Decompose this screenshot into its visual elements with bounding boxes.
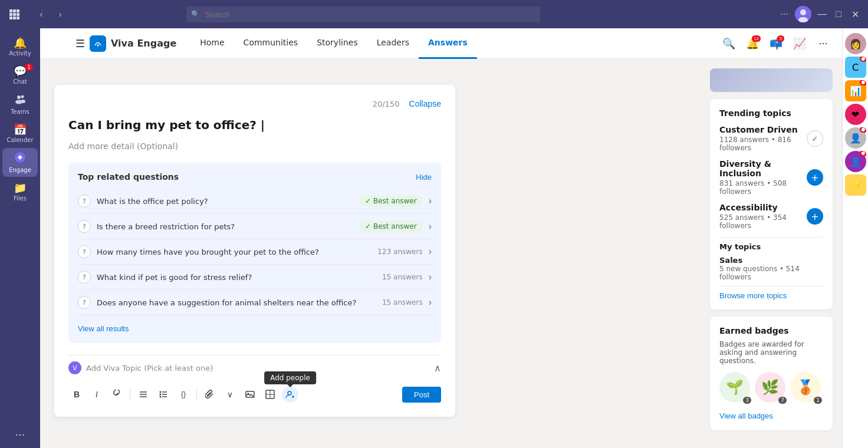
badge-count-3: 1 bbox=[814, 397, 822, 404]
topic-info-1: Customer Driven 1128 answers • 816 follo… bbox=[719, 125, 807, 152]
calendar-label: Calender bbox=[7, 137, 34, 143]
badge-count-2: 7 bbox=[778, 397, 787, 404]
teams-icon bbox=[14, 93, 26, 107]
notification-badge: 12 bbox=[752, 35, 761, 42]
nav-back-button[interactable]: ‹ bbox=[33, 6, 50, 22]
card-header: 20/150 Collapse bbox=[68, 99, 441, 108]
activity-label: Activity bbox=[9, 50, 31, 57]
main-content: ☰ Viva Engage Home Communities Storyline… bbox=[40, 28, 842, 448]
teams-label: Teams bbox=[11, 108, 29, 115]
post-button[interactable]: Post bbox=[402, 387, 441, 403]
q-text-2: Is there a breed restriction for pets? bbox=[97, 222, 353, 231]
minimize-button[interactable]: — bbox=[814, 6, 830, 22]
topic-action-3[interactable]: + bbox=[807, 208, 823, 225]
my-topic-1: Sales 5 new questions • 514 followers bbox=[719, 256, 823, 281]
q-icon-2: ? bbox=[78, 220, 91, 233]
right-rail-item-5[interactable]: 👤 ● bbox=[845, 127, 866, 149]
nav-forward-button[interactable]: › bbox=[52, 6, 68, 22]
list-button[interactable] bbox=[155, 386, 172, 403]
sidebar-item-engage[interactable]: Engage bbox=[2, 148, 38, 177]
trending-topic-1: Customer Driven 1128 answers • 816 follo… bbox=[719, 125, 823, 152]
char-count: 20/150 bbox=[373, 100, 400, 108]
right-rail-item-2[interactable]: C ● bbox=[845, 57, 866, 78]
nav-communities[interactable]: Communities bbox=[234, 28, 308, 59]
topic-label[interactable]: Add Viva Topic (Pick at least one) bbox=[86, 364, 213, 373]
sidebar-item-chat[interactable]: 💬 1 Chat bbox=[2, 61, 38, 88]
sidebar-item-teams[interactable]: Teams bbox=[2, 90, 38, 118]
waffle-icon[interactable] bbox=[5, 5, 24, 24]
arrow-button-4[interactable]: › bbox=[429, 272, 432, 282]
hide-button[interactable]: Hide bbox=[416, 173, 432, 182]
hamburger-button[interactable]: ☰ bbox=[75, 37, 85, 50]
browse-more-button[interactable]: Browse more topics bbox=[719, 291, 787, 300]
topic-meta-3: 525 answers • 354 followers bbox=[719, 213, 807, 230]
topnav-inbox-button[interactable]: 📫 5 bbox=[767, 34, 785, 53]
view-all-button[interactable]: View all results bbox=[78, 324, 129, 333]
link-button[interactable] bbox=[108, 386, 125, 403]
q-icon-1: ? bbox=[78, 195, 91, 207]
right-panel: Trending topics Customer Driven 1128 ans… bbox=[701, 59, 842, 448]
earned-badges-title: Earned badges bbox=[719, 326, 823, 335]
more-options-button[interactable]: ··· bbox=[776, 6, 793, 22]
code-button[interactable]: {} bbox=[175, 386, 192, 403]
answer-count-5: 15 answers bbox=[382, 298, 423, 307]
nav-storylines[interactable]: Storylines bbox=[307, 28, 367, 59]
right-rail-item-6[interactable]: 👤 ● bbox=[845, 151, 866, 172]
topnav-search-button[interactable]: 🔍 bbox=[719, 34, 738, 53]
content-area: 20/150 Collapse Can I bring my pet to of… bbox=[40, 59, 842, 448]
topic-action-2[interactable]: + bbox=[807, 169, 823, 186]
align-button[interactable] bbox=[135, 386, 152, 403]
topic-action-1[interactable]: ✓ bbox=[807, 130, 823, 147]
user-avatar[interactable] bbox=[795, 6, 811, 22]
view-all-badges-button[interactable]: View all badges bbox=[719, 411, 773, 420]
sidebar-item-activity[interactable]: 🔔 Activity bbox=[2, 33, 38, 60]
arrow-button-3[interactable]: › bbox=[429, 246, 432, 257]
right-rail-item-7[interactable]: ⭐ bbox=[845, 174, 866, 196]
question-detail[interactable]: Add more detail (Optional) bbox=[68, 141, 441, 151]
svg-point-23 bbox=[160, 394, 162, 396]
right-rail-item-3[interactable]: 📊 ● bbox=[845, 80, 866, 101]
topnav-notification-button[interactable]: 🔔 12 bbox=[743, 34, 762, 53]
nav-home[interactable]: Home bbox=[190, 28, 234, 59]
answer-count-3: 123 answers bbox=[377, 248, 422, 256]
add-people-button[interactable] bbox=[282, 386, 298, 403]
topic-name-2: Diversity & Inclusion bbox=[719, 159, 807, 178]
attach-more-button[interactable]: ∨ bbox=[222, 386, 238, 403]
close-button[interactable]: ✕ bbox=[847, 6, 863, 22]
svg-point-18 bbox=[97, 44, 99, 46]
topnav-more-button[interactable]: ··· bbox=[814, 34, 833, 53]
titlebar-nav: ‹ › bbox=[33, 6, 68, 22]
nav-leaders[interactable]: Leaders bbox=[367, 28, 419, 59]
topnav-chart-button[interactable]: 📈 bbox=[790, 34, 809, 53]
topic-icon: V bbox=[68, 361, 81, 374]
sidebar-item-files[interactable]: 📁 Files bbox=[2, 178, 38, 205]
right-rail-item-4[interactable]: ❤ bbox=[845, 104, 866, 125]
nav-answers[interactable]: Answers bbox=[419, 28, 477, 59]
attach-button[interactable] bbox=[202, 386, 218, 403]
sidebar-item-calendar[interactable]: 📅 Calender bbox=[2, 120, 38, 147]
arrow-button-1[interactable]: › bbox=[429, 196, 432, 206]
trending-title: Trending topics bbox=[719, 108, 823, 118]
image-button[interactable] bbox=[242, 386, 258, 403]
bold-button[interactable]: B bbox=[68, 386, 85, 403]
collapse-button[interactable]: Collapse bbox=[409, 99, 441, 108]
maximize-button[interactable]: □ bbox=[830, 6, 847, 22]
italic-button[interactable]: I bbox=[88, 386, 105, 403]
brand-area: Viva Engage bbox=[90, 35, 176, 52]
card-footer: V Add Viva Topic (Pick at least one) ∧ B… bbox=[68, 355, 441, 403]
files-icon: 📁 bbox=[14, 182, 27, 194]
search-wrap bbox=[186, 6, 540, 22]
topic-row: V Add Viva Topic (Pick at least one) ∧ bbox=[68, 355, 441, 380]
right-rail-item-1[interactable]: 👩 bbox=[845, 33, 866, 54]
svg-point-12 bbox=[17, 95, 21, 99]
svg-rect-5 bbox=[17, 13, 19, 16]
rail-more-button[interactable]: ··· bbox=[15, 429, 25, 441]
arrow-button-5[interactable]: › bbox=[429, 297, 432, 308]
search-input[interactable] bbox=[186, 6, 540, 22]
left-rail: 🔔 Activity 💬 1 Chat Teams 📅 Calender En bbox=[0, 28, 40, 448]
arrow-button-2[interactable]: › bbox=[429, 221, 432, 232]
chat-label: Chat bbox=[13, 78, 27, 85]
activity-icon: 🔔 bbox=[14, 37, 27, 49]
chevron-up-button[interactable]: ∧ bbox=[434, 363, 441, 374]
table-button[interactable] bbox=[262, 386, 278, 403]
